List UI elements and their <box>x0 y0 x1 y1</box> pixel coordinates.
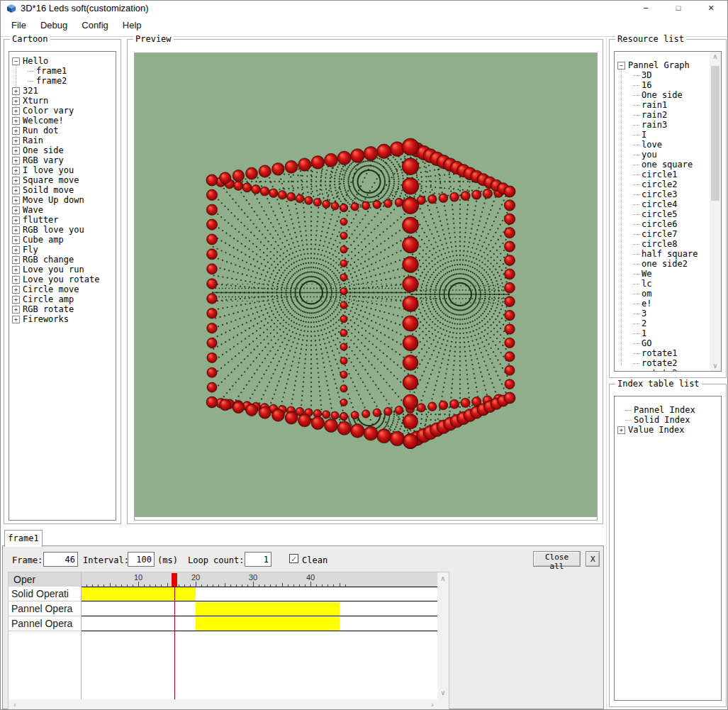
menu-config[interactable]: Config <box>74 16 116 34</box>
tree-item-go[interactable]: GO <box>615 338 710 348</box>
tree-item-run-dot[interactable]: +Run dot <box>9 126 116 135</box>
tree-item-love[interactable]: love <box>615 140 710 150</box>
tree-item-rotate2[interactable]: rotate2 <box>615 358 710 368</box>
tree-item-e[interactable]: e! <box>615 299 710 309</box>
tree-item-circle7[interactable]: circle7 <box>615 229 710 239</box>
timeline-bar[interactable] <box>81 587 196 601</box>
tree-item-one-square[interactable]: one square <box>615 160 710 170</box>
timeline-bar[interactable] <box>196 617 340 631</box>
expand-icon[interactable]: + <box>12 206 20 214</box>
minimize-button[interactable]: − <box>629 1 662 16</box>
collapse-icon[interactable]: − <box>12 57 20 65</box>
expand-icon[interactable]: + <box>12 117 20 125</box>
expand-icon[interactable]: + <box>12 157 20 165</box>
frame-input[interactable] <box>43 552 78 567</box>
tree-item-rotate3[interactable]: rotate3 <box>615 368 710 372</box>
expand-icon[interactable]: + <box>12 276 20 284</box>
tree-item-we[interactable]: We <box>615 269 710 279</box>
menu-debug[interactable]: Debug <box>33 16 74 34</box>
expand-icon[interactable]: + <box>12 226 20 234</box>
tree-item-circle2[interactable]: circle2 <box>615 179 710 189</box>
tree-item-rain2[interactable]: rain2 <box>615 110 710 120</box>
tree-item-love-you-rotate[interactable]: +Love you rotate <box>9 274 116 284</box>
tree-item-circle-move[interactable]: +Circle move <box>9 284 116 294</box>
tree-item-i[interactable]: I <box>615 130 710 140</box>
tree-item-value-index[interactable]: +Value Index <box>615 425 721 435</box>
tree-item-fly[interactable]: +Fly <box>9 245 116 255</box>
tree-item-circle5[interactable]: circle5 <box>615 209 710 219</box>
tree-item-circle1[interactable]: circle1 <box>615 170 710 179</box>
expand-icon[interactable]: + <box>12 266 20 274</box>
expand-icon[interactable]: + <box>12 87 20 95</box>
tree-item-you[interactable]: you <box>615 150 710 160</box>
collapse-icon[interactable]: − <box>617 62 625 70</box>
tree-item-3d[interactable]: 3D <box>615 70 710 80</box>
maximize-button[interactable]: □ <box>662 1 695 16</box>
expand-icon[interactable]: + <box>12 236 20 244</box>
tree-item-circle4[interactable]: circle4 <box>615 199 710 209</box>
expand-icon[interactable]: + <box>12 97 20 105</box>
scroll-up-icon[interactable]: ∧ <box>437 574 449 584</box>
menu-help[interactable]: Help <box>116 16 149 34</box>
expand-icon[interactable]: + <box>12 256 20 264</box>
interval-input[interactable] <box>128 552 155 567</box>
tree-item-square-move[interactable]: +Square move <box>9 175 116 185</box>
expand-icon[interactable]: + <box>12 316 20 323</box>
tree-item-circle3[interactable]: circle3 <box>615 189 710 199</box>
tree-item-flutter[interactable]: +flutter <box>9 215 116 225</box>
scroll-down-icon[interactable]: ∨ <box>437 688 449 698</box>
tab-frame1[interactable]: frame1 <box>4 530 43 547</box>
close-x-button[interactable]: X <box>586 551 600 567</box>
tree-item-frame1[interactable]: frame1 <box>9 66 116 76</box>
tree-item-circle8[interactable]: circle8 <box>615 239 710 249</box>
tree-item-xturn[interactable]: +Xturn <box>9 96 116 106</box>
tree-item-cube-amp[interactable]: +Cube amp <box>9 235 116 245</box>
scroll-up-icon[interactable]: ∧ <box>710 52 721 62</box>
tree-item-wave[interactable]: +Wave <box>9 205 116 215</box>
tree-item-1[interactable]: 1 <box>615 328 710 338</box>
tree-item-lc[interactable]: lc <box>615 279 710 289</box>
expand-icon[interactable]: + <box>12 107 20 115</box>
tree-item-hello[interactable]: −Hello <box>9 56 116 66</box>
timeline-vscrollbar[interactable]: ∧ ∨ <box>437 572 449 699</box>
scrollbar-thumb[interactable] <box>711 66 719 201</box>
tree-item-2[interactable]: 2 <box>615 318 710 328</box>
tree-item-321[interactable]: +321 <box>9 86 116 96</box>
panel-splitter[interactable] <box>606 38 607 709</box>
expand-icon[interactable]: + <box>617 426 625 434</box>
expand-icon[interactable]: + <box>12 286 20 294</box>
tree-item-rain3[interactable]: rain3 <box>615 120 710 130</box>
tree-item-soild-move[interactable]: +Soild move <box>9 185 116 195</box>
expand-icon[interactable]: + <box>12 177 20 184</box>
tree-item-circle6[interactable]: circle6 <box>615 219 710 229</box>
expand-icon[interactable]: + <box>12 167 20 174</box>
tree-item-one-side[interactable]: +One side <box>9 145 116 155</box>
tree-item-pannel-index[interactable]: Pannel Index <box>615 405 721 415</box>
tree-item-one-side[interactable]: One side <box>615 90 710 100</box>
tree-item-welcome[interactable]: +Welcome! <box>9 116 116 126</box>
expand-icon[interactable]: + <box>12 306 20 314</box>
timeline-bar[interactable] <box>196 602 340 616</box>
resource-scrollbar[interactable]: ∧ ∨ <box>710 52 721 371</box>
expand-icon[interactable]: + <box>12 216 20 224</box>
menu-file[interactable]: File <box>4 16 33 34</box>
tree-item-rotate1[interactable]: rotate1 <box>615 348 710 358</box>
expand-icon[interactable]: + <box>12 137 20 145</box>
loop-count-input[interactable] <box>245 552 271 567</box>
tree-item-3[interactable]: 3 <box>615 309 710 318</box>
close-button[interactable]: × <box>695 1 727 16</box>
expand-icon[interactable]: + <box>12 147 20 155</box>
tree-item-move-up-down[interactable]: +Move Up down <box>9 195 116 205</box>
tree-item-color-vary[interactable]: +Color vary <box>9 106 116 116</box>
tree-item-rain1[interactable]: rain1 <box>615 100 710 110</box>
tree-item-rgb-change[interactable]: +RGB change <box>9 255 116 265</box>
tree-item-i-love-you[interactable]: +I love you <box>9 165 116 175</box>
expand-icon[interactable]: + <box>12 127 20 135</box>
scroll-right-icon[interactable]: › <box>427 699 437 710</box>
tree-item-half-square[interactable]: half square <box>615 249 710 259</box>
tree-item-one-side2[interactable]: one side2 <box>615 259 710 269</box>
expand-icon[interactable]: + <box>12 187 20 194</box>
tree-item-rgb-vary[interactable]: +RGB vary <box>9 155 116 165</box>
tree-item-om[interactable]: om <box>615 289 710 299</box>
timeline-hscrollbar[interactable]: ‹ › <box>9 699 449 710</box>
